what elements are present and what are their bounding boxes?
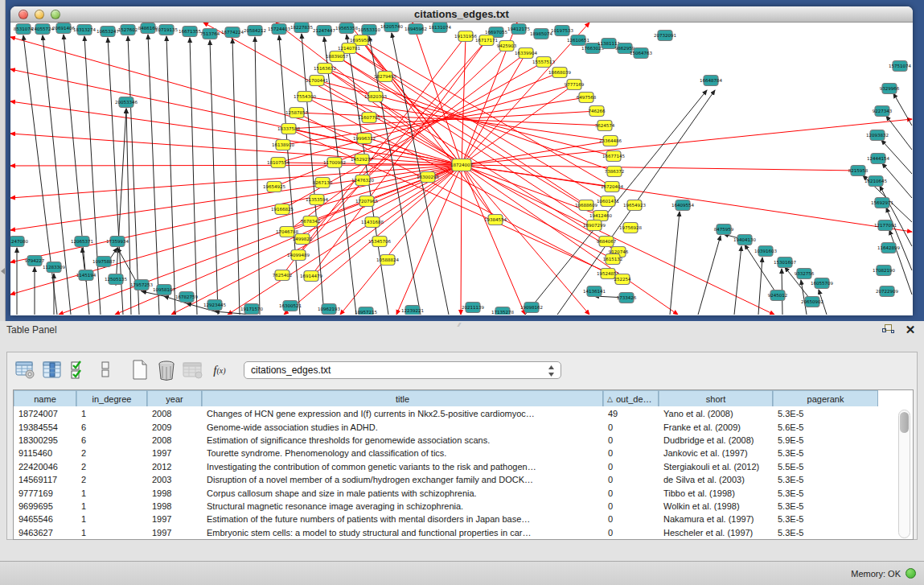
network-node[interactable]: 15163632 bbox=[314, 64, 336, 74]
column-header-year[interactable]: year bbox=[147, 390, 202, 406]
network-node[interactable]: 9777169 bbox=[565, 80, 585, 90]
network-node[interactable]: 9425903 bbox=[497, 41, 517, 51]
network-node[interactable]: 19412175 bbox=[507, 24, 530, 35]
network-node[interactable]: 20691406 bbox=[52, 23, 75, 34]
network-node[interactable]: 746266 bbox=[589, 106, 606, 117]
network-node[interactable]: 16914479 bbox=[300, 271, 322, 282]
network-node[interactable]: 15557513 bbox=[532, 57, 555, 68]
close-panel-icon[interactable]: ✕ bbox=[903, 323, 918, 336]
network-window-titlebar[interactable]: citations_edges.txt bbox=[10, 6, 913, 23]
float-panel-icon[interactable] bbox=[882, 323, 897, 336]
network-node[interactable]: 7386372 bbox=[605, 167, 625, 177]
network-node[interactable]: 10197533 bbox=[551, 26, 573, 36]
network-node[interactable]: 10962193 bbox=[318, 304, 340, 315]
column-header-short[interactable]: short bbox=[659, 390, 773, 406]
table-vertical-scrollbar[interactable] bbox=[898, 410, 910, 538]
network-node[interactable]: 6497568 bbox=[577, 93, 597, 103]
network-node[interactable]: 8267130 bbox=[313, 178, 333, 188]
memory-status-indicator[interactable] bbox=[906, 568, 916, 579]
network-node[interactable]: 11431688 bbox=[361, 217, 384, 228]
network-view[interactable]: 8531074240557242069140618313274106532471… bbox=[10, 23, 913, 315]
network-node[interactable]: 10958107 bbox=[153, 285, 175, 295]
network-node[interactable]: 21247080 bbox=[10, 237, 28, 247]
network-node[interactable]: 16409554 bbox=[671, 200, 694, 211]
table-settings-icon[interactable] bbox=[14, 358, 38, 382]
network-node[interactable]: 21247447 bbox=[313, 26, 335, 36]
panel-collapse-arrow-icon[interactable] bbox=[1, 268, 5, 274]
table-row[interactable]: 969969511998Structural magnetic resonanc… bbox=[14, 500, 878, 513]
network-node[interactable]: 11700441 bbox=[306, 76, 328, 86]
network-node[interactable]: 17554300 bbox=[294, 92, 316, 102]
row-height-icon[interactable] bbox=[93, 358, 117, 382]
network-node[interactable]: 15751074 bbox=[889, 61, 911, 72]
network-node[interactable]: 1499822 bbox=[293, 234, 313, 245]
network-node[interactable]: 19384554 bbox=[484, 215, 507, 225]
network-node[interactable]: 17082190 bbox=[873, 266, 895, 276]
select-columns-icon[interactable] bbox=[67, 358, 91, 382]
network-node[interactable]: 12923445 bbox=[203, 300, 226, 311]
network-node[interactable]: 19756928 bbox=[619, 223, 642, 233]
network-node[interactable]: 14099489 bbox=[287, 250, 310, 261]
network-node[interactable]: 8475959 bbox=[714, 225, 734, 235]
network-node[interactable]: 20722909 bbox=[876, 286, 898, 297]
network-node[interactable]: 9684067 bbox=[597, 237, 617, 247]
network-node[interactable]: 1733426 bbox=[617, 293, 637, 303]
network-node[interactable]: 19654923 bbox=[623, 200, 646, 211]
delete-icon[interactable] bbox=[154, 358, 179, 382]
network-node[interactable]: 19131956 bbox=[454, 31, 477, 42]
network-node[interactable]: 10553310 bbox=[358, 25, 380, 35]
table-row[interactable]: 1872400712008Changes of HCN gene express… bbox=[14, 407, 878, 420]
table-row[interactable]: 977716911998Corpus callosum shape and si… bbox=[14, 486, 878, 499]
network-node[interactable]: 19565358 bbox=[335, 23, 358, 34]
network-node[interactable]: 16671355 bbox=[179, 27, 201, 37]
network-node[interactable]: 9245012 bbox=[768, 290, 788, 301]
network-node[interactable]: 18131074 bbox=[429, 23, 451, 33]
network-node[interactable]: 10688609 bbox=[575, 200, 598, 211]
network-node[interactable]: 18957215 bbox=[355, 307, 377, 315]
network-node[interactable]: 18668039 bbox=[548, 68, 571, 78]
panel-divider-grip[interactable]: ⁄⁄ bbox=[458, 323, 466, 328]
network-canvas[interactable]: 8531074240557242069140618313274106532471… bbox=[10, 23, 913, 315]
network-node[interactable]: 24055724 bbox=[31, 24, 54, 35]
network-node[interactable]: 9227343 bbox=[873, 106, 893, 117]
network-node[interactable]: 12476320 bbox=[351, 175, 374, 186]
network-node[interactable]: 1527602 bbox=[118, 25, 138, 35]
network-node[interactable]: 16720404 bbox=[601, 182, 623, 192]
new-file-icon[interactable] bbox=[128, 358, 152, 382]
network-node[interactable]: 19412460 bbox=[589, 211, 612, 221]
network-node[interactable]: 15301607 bbox=[774, 257, 796, 268]
network-node[interactable]: 10601471 bbox=[597, 196, 619, 207]
network-node[interactable]: 12444154 bbox=[867, 154, 889, 164]
network-node[interactable]: 9332756 bbox=[795, 269, 815, 279]
network-node[interactable]: 14136141 bbox=[583, 286, 606, 297]
network-node[interactable]: 10391603 bbox=[754, 246, 777, 257]
network-node[interactable]: 10719135 bbox=[155, 25, 178, 35]
table-row[interactable]: 1456911722003Disruption of a novel membe… bbox=[14, 473, 878, 486]
table-row[interactable]: 1938455462009Genome-wide association stu… bbox=[14, 420, 878, 433]
table-selector-dropdown[interactable]: citations_edges.txt bbox=[244, 361, 561, 379]
table-row[interactable]: 946362711997Embryonic stem cells: a mode… bbox=[14, 526, 878, 539]
network-node[interactable]: 11283309 bbox=[43, 262, 65, 273]
network-node[interactable]: 8215958 bbox=[848, 166, 869, 176]
network-node[interactable]: 20211139 bbox=[462, 303, 484, 313]
column-header-pagerank[interactable]: pagerank bbox=[773, 390, 878, 406]
network-node[interactable]: 252254 bbox=[614, 274, 631, 285]
network-node[interactable]: 7625402 bbox=[273, 270, 293, 281]
network-node[interactable]: 14529277 bbox=[351, 154, 373, 165]
column-header-in_degree[interactable]: in_degree bbox=[76, 390, 147, 406]
network-node[interactable]: 16677145 bbox=[602, 151, 625, 162]
network-node[interactable]: 15724403 bbox=[268, 24, 290, 35]
network-node[interactable]: 20732091 bbox=[654, 31, 676, 41]
column-header-out_de[interactable]: △out_de… bbox=[603, 390, 659, 406]
network-node[interactable]: 3624574 bbox=[595, 121, 615, 131]
network-node[interactable]: 9794227 bbox=[25, 256, 45, 266]
network-node[interactable]: 17135278 bbox=[491, 307, 514, 315]
network-node[interactable]: 16055709 bbox=[811, 278, 833, 289]
network-node[interactable]: 16339904 bbox=[515, 48, 537, 59]
network-node[interactable]: 16774224 bbox=[221, 27, 244, 38]
network-hub-node[interactable]: 18724007 bbox=[450, 159, 473, 171]
network-node[interactable]: 18227835 bbox=[290, 23, 313, 33]
table-row[interactable]: 1830029562008Estimation of significance … bbox=[14, 434, 878, 447]
network-node[interactable]: 8531074 bbox=[14, 24, 34, 35]
network-node[interactable]: 12505135 bbox=[105, 274, 127, 285]
